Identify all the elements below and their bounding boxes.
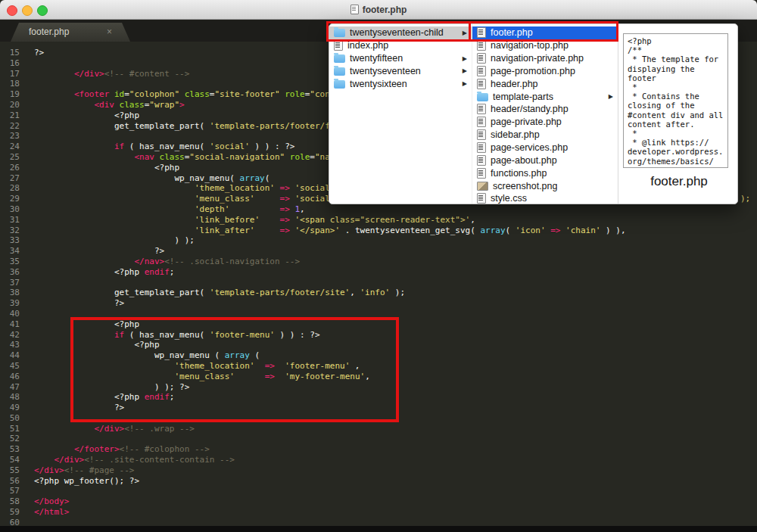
submenu-arrow-icon: ▶	[463, 80, 467, 87]
code-line[interactable]: 56<?php wp_footer(); ?>	[0, 476, 757, 487]
line-number: 27	[0, 173, 20, 184]
menu-item-page-about-php[interactable]: page-about.php	[472, 154, 618, 166]
line-number: 30	[0, 204, 20, 215]
menu-item-twentyfifteen[interactable]: twentyfifteen▶	[329, 52, 472, 65]
code-text: 'menu_class' => 'my-footer-menu',	[34, 372, 370, 381]
code-line[interactable]: 37	[0, 278, 757, 288]
line-number: 46	[0, 372, 20, 382]
code-line[interactable]: 55</div><!-- #page -->	[0, 465, 757, 476]
tab-close-icon[interactable]: ×	[107, 23, 112, 42]
code-text: <?php	[34, 319, 139, 329]
menu-item-twentysixteen[interactable]: twentysixteen▶	[329, 77, 472, 90]
line-number: 22	[0, 121, 20, 132]
code-line[interactable]: 31 'link_before' => '<span class="screen…	[0, 215, 757, 226]
code-line[interactable]: 43 <?php	[0, 340, 757, 350]
file-icon	[477, 66, 486, 76]
line-number: 25	[0, 152, 20, 163]
code-line[interactable]: 54 </div><!-- .site-content-contain -->	[0, 455, 757, 465]
title-bar: footer.php	[0, 0, 757, 20]
menu-item-functions-php[interactable]: functions.php	[472, 166, 618, 179]
code-line[interactable]: 51 </div><!-- .wrap -->	[0, 424, 757, 434]
code-text: </div><!-- #content -->	[34, 69, 189, 79]
code-line[interactable]: 33 ) );	[0, 235, 757, 246]
submenu-arrow-icon: ▶	[609, 93, 613, 100]
line-number: 33	[0, 235, 20, 246]
code-line[interactable]: 34 ?>	[0, 246, 757, 257]
code-line[interactable]: 46 'menu_class' => 'my-footer-menu',	[0, 372, 757, 382]
code-line[interactable]: 41 <?php	[0, 319, 757, 330]
code-text: <?php wp_footer(); ?>	[34, 476, 139, 486]
line-number: 21	[0, 110, 20, 121]
code-text: if ( has_nav_menu( 'footer-menu' ) ) : ?…	[34, 330, 320, 340]
line-number: 51	[0, 424, 20, 434]
code-text: 'depth' => 1,	[34, 204, 305, 214]
code-line[interactable]: 35 </nav><!-- .social-navigation -->	[0, 257, 757, 267]
code-line[interactable]: 36 <?php endif;	[0, 267, 757, 278]
menu-item-screenshot-png[interactable]: screenshot.png	[472, 179, 618, 192]
code-line[interactable]: 53 </footer><!-- #colophon -->	[0, 444, 757, 455]
line-number: 31	[0, 215, 20, 226]
menu-item-label: twentysixteen	[350, 79, 407, 89]
code-text: <div class="wrap">	[34, 100, 185, 110]
menu-item-page-private-php[interactable]: page-private.php	[472, 116, 618, 129]
code-line[interactable]: 58</body>	[0, 496, 757, 507]
code-line[interactable]: 47 ) ); ?>	[0, 382, 757, 393]
menu-item-header-php[interactable]: header.php	[472, 77, 618, 90]
menu-item-footer-php[interactable]: footer.php	[472, 26, 618, 39]
menu-item-template-parts[interactable]: template-parts▶	[472, 90, 618, 103]
menu-item-page-services-php[interactable]: page-services.php	[472, 142, 618, 154]
code-line[interactable]: 42 if ( has_nav_menu( 'footer-menu' ) ) …	[0, 330, 757, 341]
code-line[interactable]: 52	[0, 434, 757, 444]
menu-item-sidebar-php[interactable]: sidebar.php	[472, 129, 618, 142]
menu-item-header-standy-php[interactable]: header/standy.php	[472, 103, 618, 116]
line-number: 32	[0, 226, 20, 236]
menu-column-themes: twentyseventeen-child▶index.phptwentyfif…	[329, 24, 472, 204]
code-line[interactable]: 30 'depth' => 1,	[0, 204, 757, 215]
menu-item-label: page-services.php	[491, 142, 568, 153]
code-line[interactable]: 40	[0, 309, 757, 319]
code-line[interactable]: 39 ?>	[0, 298, 757, 309]
code-line[interactable]: 57	[0, 486, 757, 496]
line-number: 49	[0, 403, 20, 413]
menu-item-twentyseventeen-child[interactable]: twentyseventeen-child▶	[329, 26, 472, 39]
menu-item-style-css[interactable]: style.css	[472, 192, 618, 205]
menu-item-navigation-top-php[interactable]: navigation-top.php	[472, 39, 618, 52]
code-line[interactable]: 32 'link_after' => '</span>' . twentysev…	[0, 226, 757, 236]
code-text: wp_nav_menu( array(	[34, 173, 269, 183]
line-number: 24	[0, 142, 20, 152]
menu-item-label: header.php	[491, 79, 538, 89]
file-icon	[477, 129, 486, 140]
code-text: 'link_before' => '<span class="screen-re…	[34, 215, 475, 225]
code-text: <?php endif;	[34, 392, 174, 402]
code-line[interactable]: 50	[0, 413, 757, 424]
line-number: 39	[0, 298, 20, 309]
file-icon	[477, 155, 486, 166]
code-text: </div><!-- .site-content-contain -->	[34, 455, 235, 465]
menu-item-twentyseventeen[interactable]: twentyseventeen▶	[329, 65, 472, 78]
code-line[interactable]: 59</html>	[0, 507, 757, 518]
line-number: 41	[0, 319, 20, 330]
menu-item-label: index.php	[347, 40, 388, 51]
folder-icon	[334, 54, 345, 63]
line-number: 35	[0, 257, 20, 267]
menu-item-page-promotion-php[interactable]: page-promotion.php	[472, 65, 618, 78]
line-number: 34	[0, 246, 20, 257]
code-line[interactable]: 44 wp_nav_menu ( array (	[0, 350, 757, 361]
tab-footer-php[interactable]: footer.php ×	[11, 23, 130, 42]
menu-item-label: navigation-top.php	[491, 40, 569, 51]
code-line[interactable]: 38 get_template_part( 'template-parts/fo…	[0, 288, 757, 298]
code-line[interactable]: 49 ?>	[0, 403, 757, 413]
code-line[interactable]: 45 'theme_location' => 'footer-menu' ,	[0, 361, 757, 372]
code-line[interactable]: 48 <?php endif;	[0, 392, 757, 403]
code-text: <?php endif;	[34, 267, 174, 277]
submenu-arrow-icon: ▶	[463, 67, 467, 74]
code-text: 'link_after' => '</span>' . twentysevent…	[34, 226, 626, 235]
code-text: <nav class="social-navigation" role="na	[34, 152, 330, 162]
code-text: <?php	[34, 163, 179, 173]
menu-item-navigation-private-php[interactable]: navigation-private.php	[472, 52, 618, 65]
file-icon	[477, 142, 486, 153]
window-title-area: footer.php	[0, 0, 757, 19]
line-number: 43	[0, 340, 20, 350]
menu-item-index-php[interactable]: index.php	[329, 39, 472, 52]
line-number: 18	[0, 79, 20, 89]
